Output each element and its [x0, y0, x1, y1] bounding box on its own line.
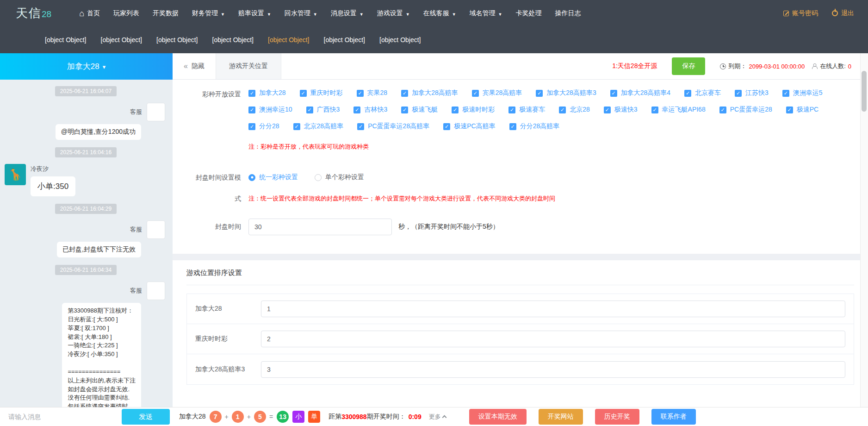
chat-message-right: 客服 第3300988期下注核对： 日光析蓝:[ 大:500 ] 莘夏:[ 双:… — [5, 282, 167, 407]
nav-item[interactable]: 在线客服 — [423, 9, 456, 18]
expire-label: 到期： — [728, 62, 746, 70]
sender-row: 客服 — [130, 103, 165, 121]
countdown-suffix: 期开奖时间： — [367, 413, 406, 421]
lottery-checkbox[interactable]: PC蛋蛋幸运28 — [719, 106, 772, 114]
logout-button[interactable]: 退出 — [832, 9, 854, 18]
lottery-checkbox[interactable]: 宾果28高赔率 — [472, 89, 522, 97]
lottery-checkbox[interactable]: 分分28 — [248, 122, 279, 131]
lottery-checkbox[interactable]: 澳洲幸运10 — [248, 106, 292, 114]
nav-item[interactable]: 游戏设置 — [377, 9, 410, 18]
subnav-item[interactable]: [object Object] — [156, 36, 198, 44]
lottery-ball: 1 — [232, 411, 244, 423]
lottery-checkbox[interactable]: 江苏快3 — [735, 89, 769, 97]
seal-time-input[interactable] — [248, 219, 392, 235]
send-button[interactable]: 发送 — [122, 409, 170, 425]
subnav-item[interactable]: [object Object] — [379, 36, 421, 44]
lottery-checkbox[interactable]: 极速PC — [786, 106, 818, 114]
subnav-item[interactable]: [object Object] — [101, 36, 143, 44]
tab-game-switch-position[interactable]: 游戏开关位置 — [216, 53, 281, 79]
sort-order-input[interactable] — [261, 361, 845, 378]
issue-number: 3300988 — [341, 413, 367, 420]
mode-radio-label: 统一彩种设置 — [259, 173, 298, 182]
action-button[interactable]: 联系作者 — [651, 409, 696, 425]
nav-item-label: 开奖数据 — [153, 9, 179, 18]
lottery-label: 重庆时时彩 — [310, 89, 343, 97]
nav-item[interactable]: 开奖数据 — [153, 9, 179, 18]
account-password-button[interactable]: 账号密码 — [783, 9, 818, 18]
chat-message-list[interactable]: 2025-06-21 16:04:07 客服 @明白莫懂,查分1200成功 20… — [0, 80, 173, 407]
nav-item-label: 游戏设置 — [377, 9, 403, 18]
chat-bubble: 已封盘,封盘线下下注无效 — [57, 242, 141, 257]
sort-order-input[interactable] — [261, 331, 845, 347]
vertical-scrollbar[interactable] — [860, 53, 868, 407]
lottery-checkbox[interactable]: 加拿大28 — [248, 89, 286, 97]
nav-item[interactable]: 首页 — [79, 9, 100, 18]
chevron-down-icon — [498, 10, 502, 17]
action-button[interactable]: 开奖网站 — [539, 409, 583, 425]
lottery-checkbox[interactable]: 极速快3 — [604, 106, 638, 114]
countdown-time: 0:09 — [409, 413, 422, 420]
sort-order-input[interactable] — [261, 301, 845, 317]
lottery-checkbox[interactable]: 北京赛车 — [684, 89, 721, 97]
scrollbar-thumb[interactable] — [862, 71, 867, 112]
lottery-label: 加拿大28高赔率3 — [546, 89, 596, 97]
more-toggle[interactable]: 更多 — [429, 413, 446, 421]
sender-name: 冷夜汐 — [31, 165, 49, 173]
lottery-checkbox[interactable]: PC蛋蛋幸运28高赔率 — [357, 122, 429, 131]
action-button[interactable]: 历史开奖 — [595, 409, 639, 425]
table-row: 重庆时时彩 — [187, 324, 854, 354]
lottery-checkbox[interactable]: 极速PC高赔率 — [443, 122, 495, 131]
content-toolbar: 隐藏 游戏开关位置 1:天信28全开源 保存 到期： 2099-03-01 00… — [173, 53, 868, 80]
nav-item[interactable]: 赔率设置 — [238, 9, 271, 18]
chat-message-right: 客服 已封盘,封盘线下下注无效 — [5, 220, 167, 257]
lottery-checkbox[interactable]: 加拿大28高赔率3 — [536, 89, 596, 97]
checkbox-checked-icon — [401, 106, 408, 113]
lottery-checkbox[interactable]: 加拿大28高赔率4 — [610, 89, 670, 97]
lottery-checkbox[interactable]: 吉林快3 — [353, 106, 387, 114]
checkbox-checked-icon — [735, 90, 742, 97]
chat-timestamp: 2025-06-21 16:04:16 — [55, 147, 117, 157]
lottery-checkbox[interactable]: 广西快3 — [306, 106, 340, 114]
checkbox-checked-icon — [357, 123, 364, 130]
lottery-checkbox[interactable]: 重庆时时彩 — [300, 89, 343, 97]
nav-item[interactable]: 玩家列表 — [113, 9, 139, 18]
subnav-item[interactable]: [object Object] — [212, 36, 254, 44]
collapse-icon — [184, 62, 188, 70]
app-logo: 天信 28 — [16, 5, 51, 21]
nav-item[interactable]: 财务管理 — [192, 9, 225, 18]
room-selector[interactable]: 加拿大28 — [0, 53, 173, 80]
seal-mode-label: 封盘时间设置模式 — [186, 167, 241, 209]
hide-sidebar-button[interactable]: 隐藏 — [173, 53, 216, 79]
lottery-label: 北京28高赔率 — [304, 122, 344, 131]
nav-item[interactable]: 回水管理 — [285, 9, 317, 18]
lottery-checkbox[interactable]: 宾果28 — [357, 89, 388, 97]
lottery-label: 宾果28 — [367, 89, 388, 97]
lottery-checkbox[interactable]: 北京28 — [559, 106, 590, 114]
nav-item[interactable]: 域名管理 — [470, 9, 502, 18]
lottery-checkbox[interactable]: 北京28高赔率 — [293, 122, 344, 131]
subnav-item[interactable]: [object Object] — [324, 36, 366, 44]
mode-radio[interactable]: 统一彩种设置 — [248, 173, 298, 182]
lottery-checkbox[interactable]: 澳洲幸运5 — [782, 89, 823, 97]
mode-radio[interactable]: 单个彩种设置 — [315, 173, 364, 182]
nav-item-label: 卡奖处理 — [515, 9, 541, 18]
nav-item[interactable]: 操作日志 — [555, 9, 581, 18]
chat-message-input[interactable] — [7, 413, 120, 421]
lottery-checkbox[interactable]: 极速飞艇 — [401, 106, 438, 114]
nav-item[interactable]: 消息设置 — [331, 9, 364, 18]
checkbox-checked-icon — [786, 106, 793, 113]
subnav-item[interactable]: [object Object] — [45, 36, 87, 44]
lottery-checkbox[interactable]: 极速赛车 — [508, 106, 545, 114]
open-settings-label: 彩种开放设置 — [186, 89, 241, 139]
lottery-checkbox[interactable]: 分分28高赔率 — [509, 122, 560, 131]
lottery-checkbox[interactable]: 极速时时彩 — [452, 106, 495, 114]
save-button[interactable]: 保存 — [672, 57, 705, 75]
action-button[interactable]: 设置本期无效 — [469, 409, 527, 425]
subnav-item[interactable]: [object Object] — [268, 36, 310, 44]
account-password-label: 账号密码 — [792, 9, 818, 18]
lottery-checkbox[interactable]: 幸运飞艇API68 — [651, 106, 706, 114]
nav-item[interactable]: 卡奖处理 — [515, 9, 541, 18]
logo-text: 天信 — [16, 5, 42, 21]
top-right-actions: 账号密码 退出 — [783, 9, 854, 18]
lottery-checkbox[interactable]: 加拿大28高赔率 — [401, 89, 458, 97]
